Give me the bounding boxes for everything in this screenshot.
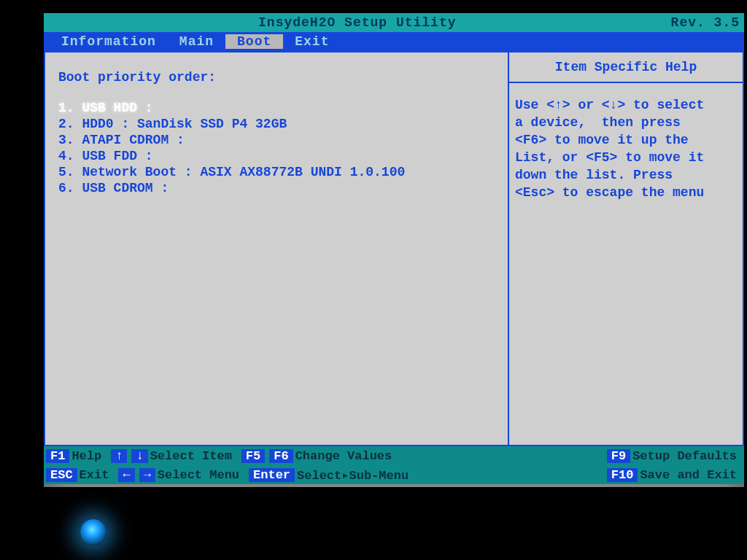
- hint-help: Help: [71, 449, 109, 463]
- title-bar: InsydeH2O Setup Utility Rev. 3.5: [44, 13, 744, 32]
- boot-item-2[interactable]: 2. HDD0 : SanDisk SSD P4 32GB: [58, 117, 495, 131]
- boot-item-6[interactable]: 6. USB CDROM :: [58, 181, 495, 195]
- key-f9[interactable]: F9: [607, 449, 630, 463]
- tab-information[interactable]: Information: [50, 34, 168, 49]
- key-enter[interactable]: Enter: [249, 468, 295, 482]
- key-f1[interactable]: F1: [46, 449, 69, 463]
- main-area: Boot priority order: 1. USB HDD : 2. HDD…: [44, 51, 744, 446]
- key-f10[interactable]: F10: [607, 468, 638, 482]
- hint-select-item: Select Item: [150, 449, 239, 463]
- boot-item-5[interactable]: 5. Network Boot : ASIX AX88772B UNDI 1.0…: [58, 165, 495, 179]
- key-f5[interactable]: F5: [241, 449, 265, 463]
- hint-change-values: Change Values: [295, 449, 400, 463]
- boot-order-list[interactable]: 1. USB HDD : 2. HDD0 : SanDisk SSD P4 32…: [58, 101, 495, 195]
- boot-priority-heading: Boot priority order:: [58, 70, 495, 85]
- monitor-bezel: [0, 502, 747, 560]
- boot-item-1[interactable]: 1. USB HDD :: [58, 101, 495, 115]
- footer-row-2: ESCExit ← →Select Menu EnterSelect▸Sub-M…: [44, 465, 744, 484]
- key-up[interactable]: ↑: [111, 449, 127, 463]
- power-led-icon: [80, 519, 107, 545]
- key-f6[interactable]: F6: [269, 449, 293, 463]
- hint-setup-defaults: Setup Defaults: [632, 449, 744, 463]
- help-title: Item Specific Help: [509, 52, 743, 83]
- tab-exit[interactable]: Exit: [283, 34, 341, 49]
- key-esc[interactable]: ESC: [46, 468, 77, 482]
- help-panel: Item Specific Help Use <↑> or <↓> to sel…: [508, 52, 744, 446]
- hint-save-exit: Save and Exit: [640, 468, 744, 482]
- menu-bar: Information Main Boot Exit: [44, 32, 744, 51]
- hint-exit: Exit: [80, 468, 117, 482]
- revision-label: Rev. 3.5: [671, 15, 744, 30]
- bios-screen: InsydeH2O Setup Utility Rev. 3.5 Informa…: [44, 13, 744, 487]
- boot-panel: Boot priority order: 1. USB HDD : 2. HDD…: [44, 52, 508, 446]
- tab-boot[interactable]: Boot: [225, 34, 283, 49]
- footer-bar: F1Help ↑ ↓Select Item F5 F6Change Values…: [44, 446, 744, 484]
- key-down[interactable]: ↓: [131, 449, 147, 463]
- key-left[interactable]: ←: [118, 468, 134, 482]
- footer-row-1: F1Help ↑ ↓Select Item F5 F6Change Values…: [44, 446, 744, 465]
- boot-item-4[interactable]: 4. USB FDD :: [58, 149, 495, 163]
- utility-title: InsydeH2O Setup Utility: [44, 15, 671, 30]
- tab-main[interactable]: Main: [168, 34, 225, 49]
- help-body: Use <↑> or <↓> to select a device, then …: [509, 83, 743, 207]
- hint-select-submenu: Select▸Sub-Menu: [297, 467, 416, 483]
- key-right[interactable]: →: [139, 468, 155, 482]
- boot-item-3[interactable]: 3. ATAPI CDROM :: [58, 133, 495, 147]
- hint-select-menu: Select Menu: [158, 468, 247, 482]
